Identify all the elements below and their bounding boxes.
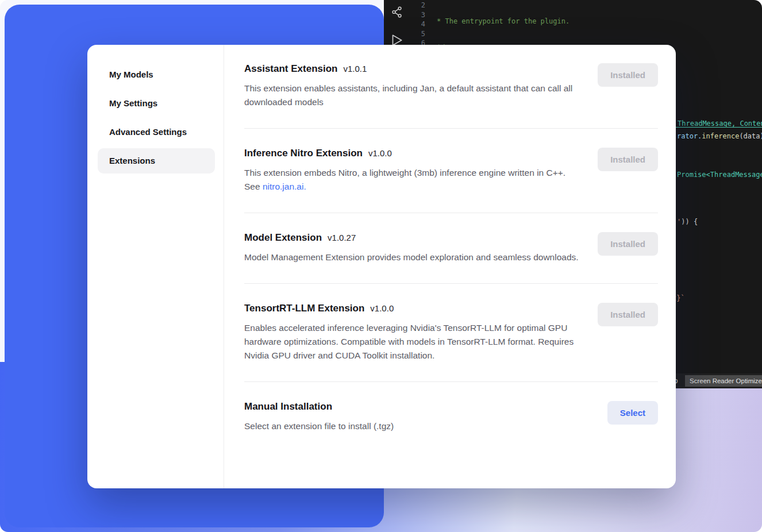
settings-sidebar: My Models My Settings Advanced Settings … bbox=[87, 45, 224, 488]
screen-reader-status: Screen Reader Optimized bbox=[685, 375, 762, 387]
extension-version: v1.0.27 bbox=[328, 233, 356, 242]
extension-version: v1.0.0 bbox=[368, 148, 392, 158]
sidebar-item-extensions[interactable]: Extensions bbox=[98, 148, 215, 174]
extension-version: v1.0.1 bbox=[344, 64, 367, 74]
extension-row-tensorrt: TensortRT-LLM Extension v1.0.0 Enables a… bbox=[244, 284, 658, 382]
extension-title: Inference Nitro Extension bbox=[244, 148, 363, 159]
extension-title: Model Extension bbox=[244, 232, 322, 244]
extension-row-model: Model Extension v1.0.27 Model Management… bbox=[244, 213, 658, 284]
nitro-jan-ai-link[interactable]: nitro.jan.ai. bbox=[263, 182, 306, 191]
extension-info: TensortRT-LLM Extension v1.0.0 Enables a… bbox=[244, 303, 580, 363]
extension-title: Assistant Extension bbox=[244, 63, 338, 75]
extension-version: v1.0.0 bbox=[370, 303, 394, 313]
extension-row-nitro: Inference Nitro Extension v1.0.0 This ex… bbox=[244, 129, 658, 213]
code-line: * The entrypoint for the plugin. bbox=[437, 17, 762, 26]
extension-description: Enables accelerated inference leveraging… bbox=[244, 321, 580, 363]
extension-info: Manual Installation Select an extension … bbox=[244, 401, 394, 433]
sidebar-item-my-models[interactable]: My Models bbox=[98, 62, 215, 87]
settings-modal: My Models My Settings Advanced Settings … bbox=[87, 45, 676, 488]
select-file-button[interactable]: Select bbox=[607, 401, 658, 425]
extension-title: TensortRT-LLM Extension bbox=[244, 303, 364, 314]
extensions-list: Assistant Extension v1.0.1 This extensio… bbox=[224, 45, 676, 488]
extension-title: Manual Installation bbox=[244, 401, 332, 413]
extension-info: Inference Nitro Extension v1.0.0 This ex… bbox=[244, 148, 580, 194]
code-fragment: Promise<ThreadMessage> bbox=[677, 171, 762, 179]
extension-info: Model Extension v1.0.27 Model Management… bbox=[244, 232, 579, 264]
sidebar-item-my-settings[interactable]: My Settings bbox=[98, 91, 215, 116]
line-numbers: 2 3 4 5 6 bbox=[384, 1, 425, 48]
extension-row-manual-install: Manual Installation Select an extension … bbox=[244, 382, 658, 452]
installed-button[interactable]: Installed bbox=[598, 63, 658, 87]
extension-row-assistant: Assistant Extension v1.0.1 This extensio… bbox=[244, 63, 658, 129]
code-fragment: rator.inference(data)); bbox=[677, 132, 762, 140]
sidebar-item-advanced-settings[interactable]: Advanced Settings bbox=[98, 119, 215, 145]
code-fragment: ')) { bbox=[677, 218, 698, 226]
extension-info: Assistant Extension v1.0.1 This extensio… bbox=[244, 63, 580, 109]
extension-description: This extension embeds Nitro, a lightweig… bbox=[244, 166, 580, 194]
extension-description: This extension enables assistants, inclu… bbox=[244, 82, 580, 109]
desktop-background: 2 3 4 5 6 * The entrypoint for the plugi… bbox=[0, 0, 762, 532]
installed-button[interactable]: Installed bbox=[598, 148, 658, 171]
extension-description: Select an extension file to install (.tg… bbox=[244, 419, 394, 433]
installed-button[interactable]: Installed bbox=[598, 232, 658, 256]
extension-description: Model Management Extension provides mode… bbox=[244, 250, 579, 264]
installed-button[interactable]: Installed bbox=[598, 303, 658, 326]
